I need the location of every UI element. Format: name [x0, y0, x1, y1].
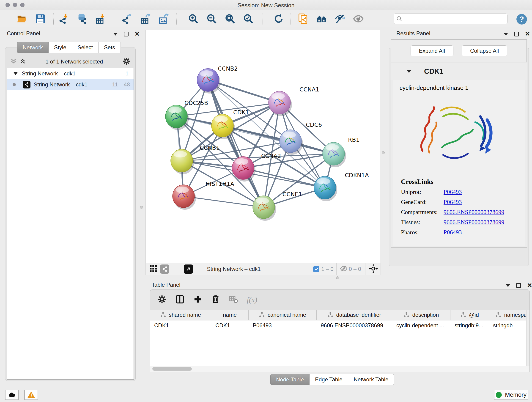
function-builder-icon[interactable]: f(x) [247, 296, 257, 304]
svg-text:?: ? [519, 15, 524, 23]
tab-select[interactable]: Select [72, 42, 99, 53]
column-header-shared-name[interactable]: shared name [150, 310, 211, 320]
import-network-from-database-icon[interactable] [76, 13, 88, 24]
export-image-icon[interactable] [158, 13, 170, 24]
tree-column-icon [460, 312, 466, 318]
network-node-CCNB2[interactable] [197, 69, 220, 94]
memory-button[interactable]: Memory [494, 390, 528, 400]
tab-style[interactable]: Style [49, 42, 72, 53]
results-panel-close-icon[interactable]: ✕ [525, 32, 530, 36]
horizontal-scrollbar-thumb[interactable] [152, 367, 192, 370]
show-all-icon[interactable] [352, 13, 364, 24]
network-canvas[interactable]: CCNB2CCNA1CDC25BCDK1CDC6RB1CCNB1CCNA2CDK… [145, 30, 381, 263]
node-label-CCNB1: CCNB1 [200, 145, 220, 151]
network-tree-child-row[interactable]: String Network – cdk1 11 48 [7, 79, 133, 90]
table-panel-maximize-icon[interactable] [516, 283, 521, 288]
delete-table-icon[interactable] [229, 295, 238, 305]
expand-all-icon[interactable] [19, 58, 26, 65]
table-cell[interactable]: stringdb [489, 322, 530, 329]
refresh-view-icon[interactable] [273, 13, 285, 24]
zoom-fit-icon[interactable] [224, 13, 236, 24]
column-header-canonical-name[interactable]: canonical name [249, 310, 317, 320]
column-header-database-identifier[interactable]: database identifier [317, 310, 392, 320]
network-node-CCNA1[interactable] [268, 91, 292, 116]
save-session-icon[interactable] [34, 13, 46, 24]
zoom-out-icon[interactable] [206, 13, 218, 24]
network-node-CDK1[interactable] [211, 114, 235, 139]
table-cell[interactable]: CDK1 [150, 322, 211, 329]
open-in-new-icon[interactable] [184, 264, 193, 274]
cloud-status-button[interactable] [5, 390, 19, 400]
tab-edge-table[interactable]: Edge Table [310, 374, 348, 385]
control-panel-close-icon[interactable]: ✕ [134, 32, 140, 36]
crosslink-link[interactable]: P06493 [443, 229, 462, 236]
collapse-all-button[interactable]: Collapse All [462, 45, 507, 56]
import-network-icon[interactable] [58, 13, 70, 24]
network-node-CCNE1[interactable] [253, 196, 276, 221]
network-node-CDKN1A[interactable] [314, 176, 337, 201]
horizontal-scrollbar[interactable] [150, 366, 530, 372]
home-icon[interactable] [316, 13, 328, 24]
network-node-CDC6[interactable] [279, 130, 303, 155]
column-header-namespace[interactable]: namespace [489, 310, 530, 320]
selected-count-checkbox[interactable] [313, 266, 319, 272]
network-node-CDC25B[interactable] [165, 105, 189, 130]
network-tree-root-row[interactable]: String Network – cdk1 1 [7, 68, 133, 79]
tree-expander-icon[interactable] [13, 72, 18, 75]
tab-node-table[interactable]: Node Table [270, 374, 310, 385]
crosslink-link[interactable]: 9606.ENSP00000378699 [443, 219, 504, 226]
share-document-icon[interactable] [298, 13, 309, 24]
table-panel-float-icon[interactable] [506, 284, 510, 287]
split-column-icon[interactable] [175, 295, 184, 305]
crosslink-link[interactable]: P06493 [443, 199, 462, 206]
grid-view-icon[interactable] [149, 264, 157, 274]
open-file-icon[interactable] [16, 13, 28, 24]
zoom-in-icon[interactable] [187, 13, 199, 24]
table-cell[interactable]: CDK1 [211, 322, 249, 329]
column-header--id[interactable]: @id [450, 310, 489, 320]
export-network-icon[interactable] [121, 13, 133, 24]
network-node-RB1[interactable] [323, 142, 346, 167]
gene-section-header[interactable]: CDK1 [391, 63, 527, 80]
tab-sets[interactable]: Sets [99, 42, 121, 53]
network-edge-CCNB2-CCNE1[interactable] [208, 80, 264, 207]
network-options-gear-icon[interactable] [122, 57, 131, 66]
control-panel-float-icon[interactable] [113, 33, 118, 36]
pan-tool-icon[interactable] [369, 264, 378, 274]
left-splitter-handle[interactable] [140, 206, 143, 209]
delete-column-icon[interactable] [211, 295, 220, 305]
table-row[interactable]: CDK1CDK1P064939606.ENSP00000378699cyclin… [150, 320, 530, 331]
hide-selected-icon[interactable] [334, 13, 346, 24]
share-view-icon[interactable] [160, 264, 169, 274]
table-cell[interactable]: 9606.ENSP00000378699 [317, 322, 392, 329]
table-settings-gear-icon[interactable] [157, 295, 167, 305]
crosslink-link[interactable]: 9606.ENSP00000378699 [443, 209, 504, 216]
results-panel-float-icon[interactable] [504, 33, 508, 36]
network-status-dot [13, 83, 16, 86]
help-button[interactable]: ? [516, 13, 527, 26]
network-edge-CDK1-RB1[interactable] [222, 126, 334, 154]
zoom-selected-icon[interactable] [242, 13, 254, 24]
results-panel-maximize-icon[interactable] [514, 32, 519, 36]
search-input[interactable] [403, 16, 501, 22]
table-panel-close-icon[interactable]: ✕ [527, 283, 532, 288]
table-cell[interactable]: stringdb:9... [450, 322, 489, 329]
column-header-description[interactable]: description [392, 310, 450, 320]
gene-collapse-icon[interactable] [407, 70, 411, 73]
expand-all-button[interactable]: Expand All [411, 45, 453, 56]
tab-network-table[interactable]: Network Table [348, 374, 394, 385]
add-column-icon[interactable] [193, 295, 202, 305]
network-node-HIST1H1A[interactable] [172, 185, 196, 210]
table-cell[interactable]: cyclin-dependent ... [392, 322, 450, 329]
crosslink-link[interactable]: P06493 [443, 189, 462, 196]
control-panel-maximize-icon[interactable] [124, 32, 128, 36]
column-header-name[interactable]: name [211, 310, 249, 320]
warning-status-button[interactable] [24, 390, 38, 400]
table-cell[interactable]: P06493 [249, 322, 317, 329]
collapse-all-icon[interactable] [10, 58, 17, 65]
tab-network[interactable]: Network [17, 42, 49, 53]
right-splitter-handle[interactable] [382, 151, 385, 154]
import-table-icon[interactable] [94, 13, 106, 24]
export-table-icon[interactable] [139, 13, 151, 24]
vertical-scrollbar[interactable] [526, 310, 530, 366]
